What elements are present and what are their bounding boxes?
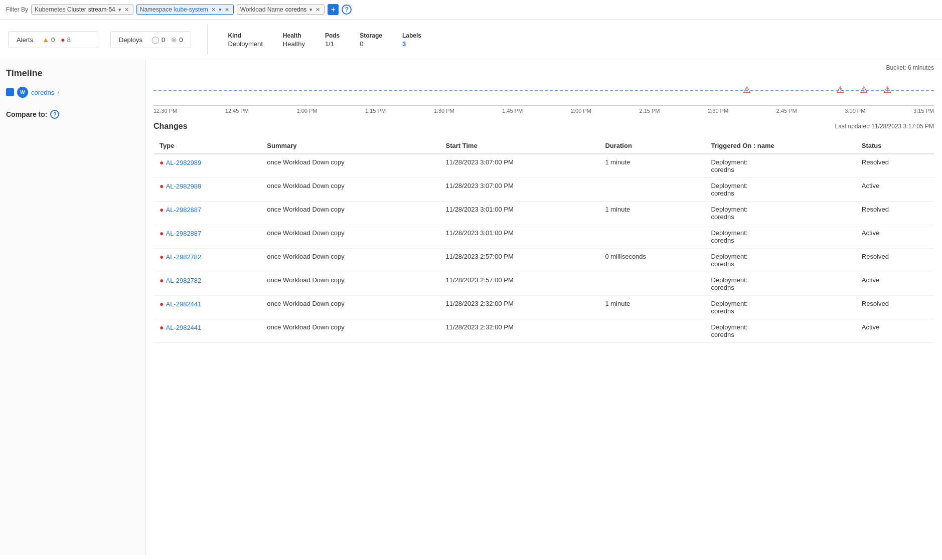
storage-value: 0 xyxy=(360,40,382,48)
col-start-time: Start Time xyxy=(440,138,599,154)
filter-by-label: Filter By xyxy=(6,6,28,13)
sidebar-workload-item[interactable]: W coredns › xyxy=(6,87,139,98)
alert-link[interactable]: AL-2982887 xyxy=(166,206,201,214)
sidebar-item-name[interactable]: coredns xyxy=(31,89,54,96)
filter-k8s-value: stream-54 xyxy=(88,6,115,13)
error-marker-3[interactable]: ⚠ xyxy=(860,84,868,95)
deploy-x-value: 0 xyxy=(179,36,183,44)
circle-icon: ◯ xyxy=(151,36,160,44)
filter-chip-k8s-cluster: Kubernetes Cluster stream-54 ▾ ✕ xyxy=(31,5,133,15)
cell-start-time: 11/28/2023 2:57:00 PM xyxy=(440,249,599,272)
filter-ns-dropdown[interactable]: ▾ xyxy=(218,7,223,13)
error-dot-icon: ● xyxy=(160,229,164,237)
compare-help-icon[interactable]: ? xyxy=(50,110,59,119)
cell-duration xyxy=(599,225,705,249)
alert-link[interactable]: AL-2982887 xyxy=(166,230,201,237)
cell-summary: once Workload Down copy xyxy=(261,249,439,272)
alert-link[interactable]: AL-2982441 xyxy=(166,324,201,331)
pods-value: 1/1 xyxy=(325,40,340,48)
storage-label: Storage xyxy=(360,32,382,39)
filter-k8s-remove[interactable]: ✕ xyxy=(123,7,130,13)
time-tick: 1:15 PM xyxy=(365,108,386,114)
cell-status: Resolved xyxy=(856,249,934,272)
cell-status: Active xyxy=(856,225,934,249)
col-status: Status xyxy=(856,138,934,154)
stat-storage: Storage 0 xyxy=(360,32,382,48)
table-row: ● AL-2982989 once Workload Down copy11/2… xyxy=(153,154,934,178)
cell-duration xyxy=(599,178,705,202)
changes-header: Changes Last updated 11/28/2023 3:17:05 … xyxy=(153,118,934,135)
filter-wl-remove[interactable]: ✕ xyxy=(315,7,321,13)
cell-triggered-on: Deployment:coredns xyxy=(705,296,855,319)
filter-k8s-label: Kubernetes Cluster xyxy=(35,6,86,13)
cell-summary: once Workload Down copy xyxy=(261,296,439,319)
alert-link[interactable]: AL-2982989 xyxy=(166,182,201,190)
filter-wl-dropdown[interactable]: ▾ xyxy=(308,7,313,13)
cell-start-time: 11/28/2023 3:07:00 PM xyxy=(440,154,599,178)
error-marker-1[interactable]: ⚠ xyxy=(743,84,751,95)
cell-type: ● AL-2982441 xyxy=(153,319,261,343)
error-dot-icon: ● xyxy=(160,158,164,166)
cell-type: ● AL-2982887 xyxy=(153,202,261,225)
cell-triggered-on: Deployment:coredns xyxy=(705,202,855,225)
add-filter-button[interactable]: + xyxy=(328,4,339,15)
changes-section: Changes Last updated 11/28/2023 3:17:05 … xyxy=(145,118,942,555)
alert-link[interactable]: AL-2982441 xyxy=(166,300,201,308)
time-tick: 2:00 PM xyxy=(571,108,591,114)
error-count: ● 8 xyxy=(61,36,71,44)
cell-triggered-on: Deployment:coredns xyxy=(705,319,855,343)
kind-value: Deployment xyxy=(228,40,262,48)
col-triggered-on: Triggered On : name xyxy=(705,138,855,154)
filter-ns-value: kube-system xyxy=(174,6,208,13)
cell-summary: once Workload Down copy xyxy=(261,272,439,296)
deploys-label: Deploys xyxy=(119,36,142,44)
chart-container: ⚠ ⚠ ⚠ ⚠ 12:30 PM12:45 PM1:00 PM1:15 PM1:… xyxy=(145,75,942,118)
cell-type: ● AL-2982989 xyxy=(153,154,261,178)
type-cell-content: ● AL-2982989 xyxy=(160,158,255,166)
changes-table-body: ● AL-2982989 once Workload Down copy11/2… xyxy=(153,154,934,343)
sidebar-title: Timeline xyxy=(6,68,139,79)
error-marker-2[interactable]: ⚠ xyxy=(836,84,844,95)
filter-help-icon[interactable]: ? xyxy=(342,5,352,15)
stat-health: Health Healthy xyxy=(283,32,305,48)
stat-pods: Pods 1/1 xyxy=(325,32,340,48)
filter-k8s-dropdown[interactable]: ▾ xyxy=(117,7,122,13)
pods-label: Pods xyxy=(325,32,340,39)
changes-table: Type Summary Start Time Duration Trigger… xyxy=(153,138,934,343)
filter-ns-remove[interactable]: ✕ xyxy=(224,7,230,13)
cell-type: ● AL-2982441 xyxy=(153,296,261,319)
deploys-box: Deploys ◯ 0 ⊗ 0 xyxy=(110,31,191,48)
health-value: Healthy xyxy=(283,40,305,48)
cell-triggered-on: Deployment:coredns xyxy=(705,154,855,178)
error-marker-4[interactable]: ⚠ xyxy=(883,84,891,95)
kind-label: Kind xyxy=(228,32,262,39)
alert-link[interactable]: AL-2982782 xyxy=(166,277,201,284)
cell-start-time: 11/28/2023 2:57:00 PM xyxy=(440,272,599,296)
cell-summary: once Workload Down copy xyxy=(261,178,439,202)
table-row: ● AL-2982782 once Workload Down copy11/2… xyxy=(153,249,934,272)
cell-start-time: 11/28/2023 3:01:00 PM xyxy=(440,225,599,249)
alert-link[interactable]: AL-2982989 xyxy=(166,159,201,166)
alert-link[interactable]: AL-2982782 xyxy=(166,253,201,261)
table-row: ● AL-2982887 once Workload Down copy11/2… xyxy=(153,202,934,225)
summary-divider xyxy=(207,25,208,55)
deploy-x-count: ⊗ 0 xyxy=(171,36,183,44)
time-tick: 3:15 PM xyxy=(913,108,934,114)
compare-label: Compare to: xyxy=(6,110,47,118)
filter-ns-clear[interactable]: ✕ xyxy=(210,7,217,13)
sidebar-w-icon: W xyxy=(17,87,28,98)
labels-value: 3 xyxy=(402,40,421,48)
cell-type: ● AL-2982989 xyxy=(153,178,261,202)
time-tick: 12:30 PM xyxy=(153,108,177,114)
error-value: 8 xyxy=(67,36,71,44)
time-tick: 1:00 PM xyxy=(296,108,317,114)
deploy-circle-count: ◯ 0 xyxy=(151,36,165,44)
filter-ns-label: Namespace xyxy=(140,6,172,13)
warning-icon: ▲ xyxy=(42,36,49,44)
cell-status: Resolved xyxy=(856,296,934,319)
stat-labels: Labels 3 xyxy=(402,32,421,48)
time-tick: 2:45 PM xyxy=(776,108,797,114)
error-dot-icon: ● xyxy=(160,323,164,331)
timeline-line: ⚠ ⚠ ⚠ ⚠ xyxy=(153,75,934,105)
dashed-timeline-line xyxy=(153,90,934,91)
